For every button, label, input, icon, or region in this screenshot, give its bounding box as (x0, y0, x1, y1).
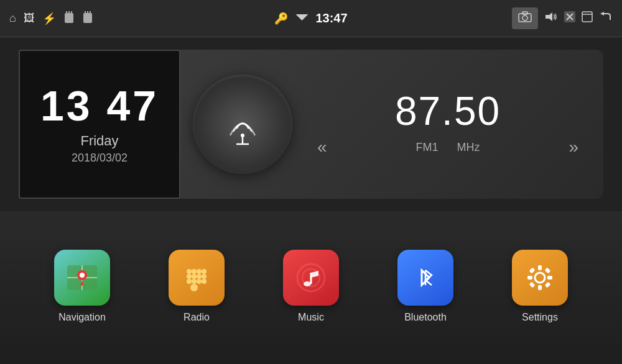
radio-app-icon (169, 250, 225, 306)
image-icon[interactable]: 🖼 (24, 12, 35, 25)
svg-rect-16 (582, 12, 592, 22)
svg-rect-3 (71, 11, 72, 14)
status-bar: ⌂ 🖼 ⚡ 🔑 13:47 (0, 0, 622, 37)
svg-point-42 (304, 281, 311, 286)
app-item-music[interactable]: Music (283, 250, 339, 323)
status-right-icons (512, 7, 613, 29)
status-center: 🔑 13:47 (274, 11, 347, 25)
app-item-bluetooth[interactable]: Bluetooth (397, 250, 453, 323)
window-icon[interactable] (582, 11, 593, 25)
svg-rect-2 (68, 11, 70, 14)
clock-date: 2018/03/02 (72, 152, 128, 165)
svg-point-10 (522, 16, 527, 20)
svg-rect-48 (547, 276, 552, 280)
svg-point-27 (187, 269, 192, 274)
navigation-icon (54, 250, 110, 306)
svg-rect-11 (522, 12, 527, 14)
bluetooth-icon (397, 250, 453, 306)
radio-signal-icon (218, 99, 267, 149)
radio-controls: « FM1 MHz » (311, 137, 585, 157)
navigation-label: Navigation (58, 312, 106, 323)
radio-app-label: Radio (183, 312, 210, 323)
widget-area: 13 47 Friday 2018/03/02 8 (0, 37, 622, 211)
sd1-icon (63, 11, 75, 26)
radio-next-button[interactable]: » (569, 137, 578, 157)
status-left-icons: ⌂ 🖼 ⚡ (9, 11, 93, 26)
svg-rect-47 (527, 276, 532, 280)
svg-point-30 (202, 269, 207, 274)
svg-point-37 (197, 279, 202, 284)
svg-rect-45 (538, 265, 542, 270)
radio-band: FM1 (416, 141, 439, 154)
svg-marker-8 (295, 14, 308, 20)
status-time: 13:47 (315, 11, 347, 25)
svg-point-28 (192, 269, 197, 274)
svg-marker-12 (545, 12, 552, 21)
svg-marker-18 (600, 12, 604, 16)
svg-point-34 (202, 274, 207, 279)
clock-widget: 13 47 Friday 2018/03/02 (19, 50, 180, 199)
svg-point-33 (197, 274, 202, 279)
radio-frequency: 87.50 (395, 91, 501, 131)
app-item-settings[interactable]: Settings (512, 250, 568, 323)
svg-rect-7 (90, 11, 91, 14)
sd2-icon (82, 11, 93, 26)
back-icon[interactable] (599, 11, 613, 25)
music-label: Music (298, 312, 324, 323)
radio-info: 87.50 « FM1 MHz » (311, 91, 585, 157)
svg-point-36 (192, 279, 197, 284)
app-item-navigation[interactable]: Navigation (54, 250, 110, 323)
radio-prev-button[interactable]: « (317, 137, 327, 157)
svg-rect-46 (538, 285, 542, 290)
svg-point-31 (187, 274, 192, 279)
svg-point-39 (190, 284, 198, 291)
camera-icon[interactable] (512, 7, 538, 29)
radio-meta: FM1 MHz (416, 141, 480, 154)
svg-point-29 (197, 269, 202, 274)
home-icon[interactable]: ⌂ (9, 12, 16, 25)
svg-point-32 (192, 274, 197, 279)
clock-day: Friday (80, 133, 118, 149)
svg-rect-50 (545, 267, 551, 273)
app-item-radio[interactable]: Radio (169, 250, 225, 323)
radio-unit: MHz (457, 141, 480, 154)
clock-time: 13 47 (40, 84, 159, 127)
close-icon[interactable] (564, 11, 575, 25)
svg-rect-1 (66, 11, 67, 14)
radio-widget[interactable]: 87.50 « FM1 MHz » (174, 50, 603, 199)
svg-rect-4 (83, 13, 92, 23)
usb-icon: ⚡ (42, 12, 56, 25)
svg-point-35 (187, 279, 192, 284)
svg-rect-49 (529, 267, 536, 273)
volume-icon[interactable] (544, 11, 558, 25)
svg-rect-6 (87, 11, 88, 14)
svg-point-38 (202, 279, 207, 284)
svg-rect-5 (85, 11, 86, 14)
svg-point-44 (535, 273, 545, 283)
bluetooth-label: Bluetooth (404, 312, 447, 323)
svg-rect-51 (529, 281, 536, 288)
music-icon (283, 250, 339, 306)
wifi-icon (295, 12, 308, 25)
svg-rect-52 (545, 281, 551, 288)
svg-rect-0 (65, 13, 73, 23)
app-area: Navigation (0, 211, 622, 364)
main-content: 13 47 Friday 2018/03/02 8 (0, 37, 622, 364)
svg-point-21 (241, 134, 244, 137)
settings-label: Settings (522, 312, 558, 323)
key-icon: 🔑 (274, 12, 288, 25)
svg-point-26 (80, 273, 85, 278)
settings-icon (512, 250, 568, 306)
radio-signal-circle (193, 75, 292, 174)
